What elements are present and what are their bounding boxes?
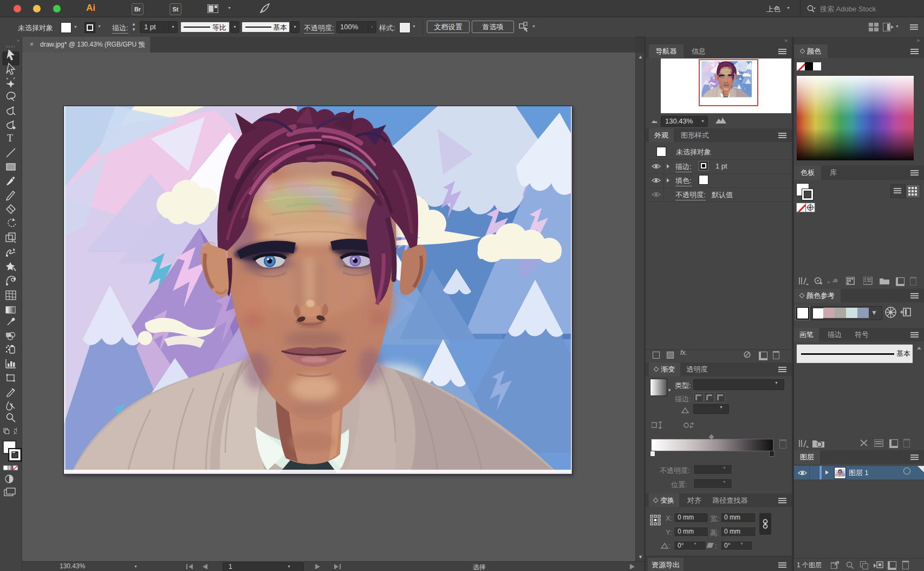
svg-text:T: T bbox=[7, 133, 13, 144]
